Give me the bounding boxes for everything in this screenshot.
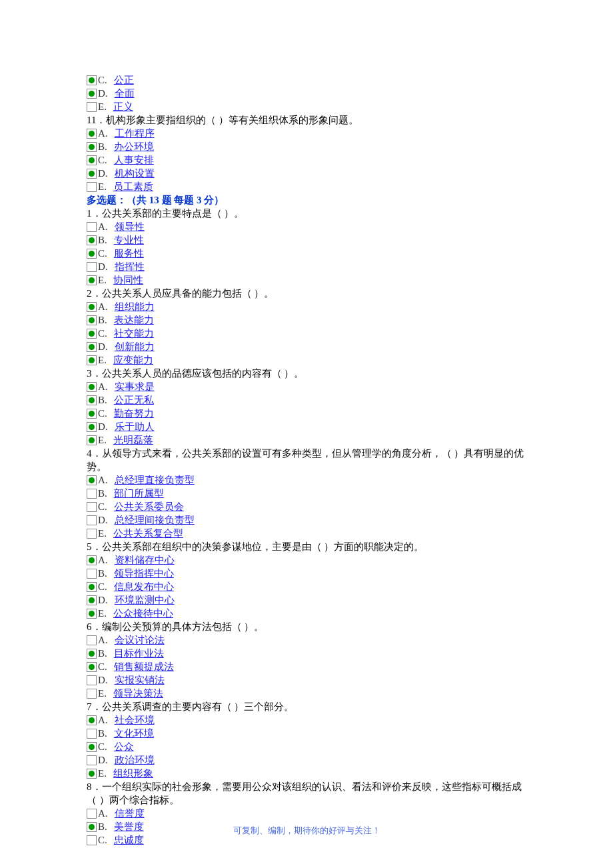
option-text: 人事安排 xyxy=(114,153,154,167)
option-letter: C. xyxy=(98,660,107,673)
option-checkbox[interactable] xyxy=(87,409,97,419)
option-text: 专业性 xyxy=(114,233,144,247)
option-checkbox[interactable] xyxy=(87,475,97,485)
option-checkbox[interactable] xyxy=(87,382,97,392)
option-text: 机构设置 xyxy=(115,167,155,180)
option-text: 光明磊落 xyxy=(113,433,153,447)
option-letter: B. xyxy=(98,393,107,407)
option-checkbox[interactable] xyxy=(87,595,97,605)
option-checkbox[interactable] xyxy=(87,222,97,232)
option-checkbox[interactable] xyxy=(87,635,97,645)
option-checkbox[interactable] xyxy=(87,355,97,365)
option-letter: E. xyxy=(98,273,107,287)
option-text: 政治环境 xyxy=(115,753,155,767)
option-checkbox[interactable] xyxy=(87,675,97,685)
option-checkbox[interactable] xyxy=(87,329,97,339)
option-checkbox[interactable] xyxy=(87,275,97,285)
option-row: B.办公环境 xyxy=(87,140,526,153)
option-letter: A. xyxy=(98,473,108,487)
option-checkbox[interactable] xyxy=(87,155,97,165)
option-checkbox[interactable] xyxy=(87,755,97,765)
option-checkbox[interactable] xyxy=(87,502,97,512)
option-letter: B. xyxy=(98,233,107,247)
option-row: B.公正无私 xyxy=(87,393,526,407)
option-row: D.环境监测中心 xyxy=(87,593,526,607)
option-checkbox[interactable] xyxy=(87,435,97,445)
question-stem: 7．公共关系调查的主要内容有（ ）三个部分。 xyxy=(87,700,526,713)
option-text: 销售额提成法 xyxy=(114,660,174,673)
option-checkbox[interactable] xyxy=(87,515,97,525)
option-letter: A. xyxy=(98,127,108,140)
option-letter: B. xyxy=(98,140,107,153)
option-row: A.总经理直接负责型 xyxy=(87,473,526,487)
option-text: 总经理直接负责型 xyxy=(115,473,195,487)
option-text: 文化环境 xyxy=(114,727,154,740)
option-letter: B. xyxy=(98,567,107,580)
option-letter: E. xyxy=(98,767,107,780)
option-checkbox[interactable] xyxy=(87,315,97,325)
option-checkbox[interactable] xyxy=(87,262,97,272)
option-letter: D. xyxy=(98,513,108,527)
option-text: 信息发布中心 xyxy=(114,580,174,593)
option-text: 领导性 xyxy=(115,220,145,233)
option-checkbox[interactable] xyxy=(87,235,97,245)
option-text: 勤奋努力 xyxy=(114,407,154,420)
option-text: 总经理间接负责型 xyxy=(115,513,195,527)
option-checkbox[interactable] xyxy=(87,569,97,579)
option-row: A.社会环境 xyxy=(87,713,526,727)
option-checkbox[interactable] xyxy=(87,662,97,672)
option-checkbox[interactable] xyxy=(87,75,97,85)
document-page: C.公正D.全面E.正义 11．机构形象主要指组织的（ ）等有关组织体系的形象问… xyxy=(0,0,613,868)
option-checkbox[interactable] xyxy=(87,729,97,739)
option-letter: C. xyxy=(98,740,107,753)
option-row: D.创新能力 xyxy=(87,340,526,353)
option-letter: A. xyxy=(98,300,108,313)
option-checkbox[interactable] xyxy=(87,555,97,565)
option-checkbox[interactable] xyxy=(87,89,97,99)
option-letter: A. xyxy=(98,553,108,567)
option-row: C.公众 xyxy=(87,740,526,753)
option-checkbox[interactable] xyxy=(87,529,97,539)
option-text: 部门所属型 xyxy=(114,487,164,500)
option-checkbox[interactable] xyxy=(87,182,97,192)
option-row: B.专业性 xyxy=(87,233,526,247)
option-checkbox[interactable] xyxy=(87,715,97,725)
option-checkbox[interactable] xyxy=(87,249,97,259)
option-row: E.光明磊落 xyxy=(87,433,526,447)
option-checkbox[interactable] xyxy=(87,742,97,752)
option-checkbox[interactable] xyxy=(87,342,97,352)
option-checkbox[interactable] xyxy=(87,129,97,139)
option-checkbox[interactable] xyxy=(87,689,97,699)
option-text: 办公环境 xyxy=(114,140,154,153)
option-checkbox[interactable] xyxy=(87,422,97,432)
question-stem: 8．一个组织实际的社会形象，需要用公众对该组织的认识、看法和评价来反映，这些指标… xyxy=(87,780,526,807)
option-text: 工作程序 xyxy=(115,127,155,140)
option-checkbox[interactable] xyxy=(87,102,97,112)
section-header: 多选题：（共 13 题 每题 3 分） xyxy=(87,193,526,207)
option-checkbox[interactable] xyxy=(87,169,97,179)
option-text: 组织形象 xyxy=(113,767,153,780)
option-checkbox[interactable] xyxy=(87,649,97,659)
option-letter: C. xyxy=(98,73,107,87)
option-letter: B. xyxy=(98,487,107,500)
option-row: C.社交能力 xyxy=(87,327,526,340)
option-letter: E. xyxy=(98,180,107,193)
question-stem: 5．公共关系部在组织中的决策参谋地位，主要是由（ ）方面的职能决定的。 xyxy=(87,540,526,553)
option-letter: C. xyxy=(98,153,107,167)
option-letter: D. xyxy=(98,420,108,433)
option-checkbox[interactable] xyxy=(87,302,97,312)
option-letter: A. xyxy=(98,713,108,727)
option-row: A.组织能力 xyxy=(87,300,526,313)
option-checkbox[interactable] xyxy=(87,142,97,152)
option-row: B.部门所属型 xyxy=(87,487,526,500)
option-row: D.总经理间接负责型 xyxy=(87,513,526,527)
option-checkbox[interactable] xyxy=(87,609,97,619)
option-checkbox[interactable] xyxy=(87,809,97,819)
option-text: 社交能力 xyxy=(114,327,154,340)
option-checkbox[interactable] xyxy=(87,582,97,592)
option-checkbox[interactable] xyxy=(87,489,97,499)
option-checkbox[interactable] xyxy=(87,769,97,779)
option-letter: D. xyxy=(98,167,108,180)
question-stem: 11．机构形象主要指组织的（ ）等有关组织体系的形象问题。 xyxy=(87,113,526,127)
option-checkbox[interactable] xyxy=(87,395,97,405)
